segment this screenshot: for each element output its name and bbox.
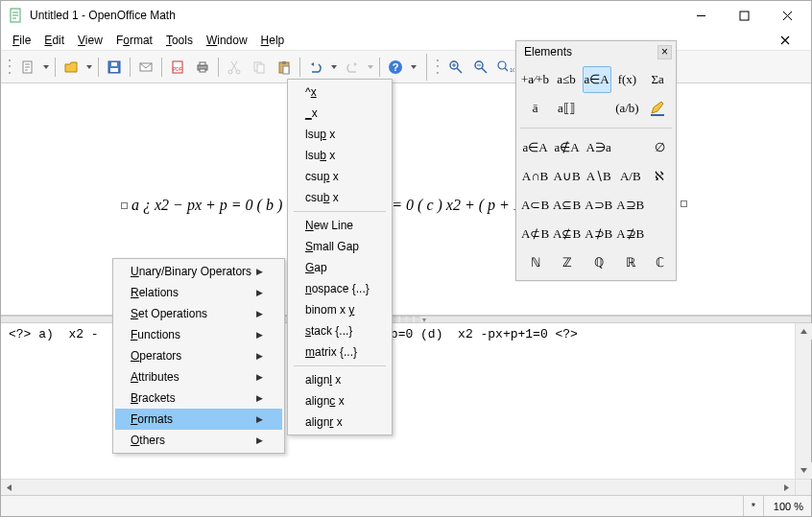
ctx-item-attributes[interactable]: Attributes▶ (115, 366, 282, 388)
el-op[interactable]: A⊆B (552, 192, 582, 219)
el-others[interactable] (643, 95, 672, 122)
ctx-item-set-operations[interactable]: Set Operations▶ (115, 303, 282, 324)
toolbar-grip[interactable] (7, 58, 12, 77)
zoom-100-button[interactable]: 100 (494, 56, 517, 79)
zoom-out-button[interactable] (469, 56, 492, 79)
scroll-right-button[interactable] (778, 480, 795, 496)
el-unary-binary[interactable]: +a⁄+b (520, 66, 550, 93)
minimize-button[interactable] (680, 2, 723, 29)
menu-view[interactable]: View (72, 32, 108, 49)
ctx-sub-item[interactable]: Small Gap (290, 236, 390, 257)
el-op[interactable]: A∪B (552, 163, 582, 190)
elements-panel[interactable]: Elements × +a⁄+ba≤ba∈Af(x)Σaāa⟦⟧(a/b) a∈… (515, 40, 677, 281)
horizontal-scrollbar[interactable] (1, 479, 811, 495)
el-op[interactable]: ℕ (520, 249, 550, 276)
toolbar-grip-2[interactable] (435, 58, 441, 77)
save-button[interactable] (103, 56, 126, 79)
ctx-item-relations[interactable]: Relations▶ (115, 282, 282, 303)
el-op[interactable]: A⊈B (552, 221, 582, 247)
ctx-sub-item[interactable]: ^x (290, 82, 390, 103)
ctx-sub-item[interactable]: _x (290, 103, 390, 124)
ctx-item-formats[interactable]: Formats▶ (115, 409, 282, 430)
el-op[interactable]: A/B (615, 163, 645, 190)
el-op[interactable]: A⊃B (584, 192, 613, 219)
ctx-sub-item[interactable]: stack {...} (290, 320, 390, 341)
selection-handle-right[interactable] (681, 200, 687, 207)
doc-close-button[interactable] (771, 30, 800, 51)
vertical-scrollbar[interactable] (795, 323, 811, 479)
ctx-sub-item[interactable]: binom x y (290, 299, 390, 320)
ctx-item-operators[interactable]: Operators▶ (115, 345, 282, 366)
redo-dropdown[interactable] (366, 65, 375, 69)
cut-button[interactable] (223, 56, 246, 79)
elements-close-button[interactable]: × (657, 45, 672, 59)
scroll-left-button[interactable] (1, 480, 17, 496)
el-op[interactable]: A∖B (584, 163, 613, 190)
ctx-item-brackets[interactable]: Brackets▶ (115, 388, 282, 409)
ctx-sub-item[interactable]: alignl x (290, 369, 390, 390)
el-op[interactable]: ℵ (647, 163, 672, 190)
ctx-sub-item[interactable]: csup x (290, 166, 390, 187)
el-blank1[interactable] (583, 95, 611, 122)
new-doc-dropdown[interactable] (41, 65, 51, 69)
el-op[interactable]: a∈A (520, 134, 550, 161)
selection-handle-left[interactable] (121, 202, 128, 209)
el-op[interactable]: A⊄B (520, 221, 550, 247)
el-op[interactable]: ∅ (647, 134, 672, 161)
ctx-item-unary-binary-operators[interactable]: Unary/Binary Operators▶ (115, 261, 282, 282)
ctx-sub-item[interactable]: matrix {...} (290, 341, 390, 363)
ctx-sub-item[interactable]: alignr x (290, 411, 390, 433)
el-attributes[interactable]: ā (520, 95, 550, 122)
help-button[interactable]: ? (384, 56, 407, 79)
el-op[interactable]: ℤ (552, 249, 582, 276)
el-operators[interactable]: Σa (643, 66, 672, 93)
maximize-button[interactable] (723, 2, 766, 29)
open-dropdown[interactable] (84, 65, 94, 69)
new-doc-button[interactable] (16, 56, 39, 79)
ctx-sub-item[interactable]: lsub x (290, 145, 390, 166)
status-zoom[interactable]: 100 % (763, 496, 811, 516)
menu-tools[interactable]: Tools (160, 32, 199, 49)
el-set-ops[interactable]: a∈A (583, 66, 611, 93)
el-op[interactable]: ℝ (615, 249, 645, 276)
el-op[interactable]: a∉A (552, 134, 582, 161)
el-formats[interactable]: (a/b) (613, 95, 642, 122)
ctx-sub-item[interactable]: csub x (290, 187, 390, 208)
toolbar-overflow[interactable] (409, 65, 418, 69)
menu-file[interactable]: File (7, 32, 36, 49)
el-functions[interactable]: f(x) (613, 66, 642, 93)
undo-button[interactable] (304, 56, 327, 79)
undo-dropdown[interactable] (329, 65, 339, 69)
menu-format[interactable]: Format (110, 32, 158, 49)
el-op[interactable]: A∩B (520, 163, 550, 190)
copy-button[interactable] (248, 56, 271, 79)
zoom-in-button[interactable] (444, 56, 467, 79)
redo-button[interactable] (341, 56, 364, 79)
ctx-sub-item[interactable]: lsup x (290, 124, 390, 145)
close-button[interactable] (766, 2, 809, 29)
pdf-button[interactable]: PDF (166, 56, 189, 79)
open-button[interactable] (60, 56, 83, 79)
el-op[interactable]: ℚ (584, 249, 613, 276)
el-op[interactable]: A⊂B (520, 192, 550, 219)
menu-window[interactable]: Window (201, 32, 253, 49)
mail-button[interactable] (134, 56, 157, 79)
scroll-down-button[interactable] (796, 462, 812, 479)
ctx-sub-item[interactable]: New Line (290, 215, 390, 236)
ctx-sub-item[interactable]: Gap (290, 257, 390, 278)
menu-help[interactable]: Help (255, 32, 291, 49)
scroll-up-button[interactable] (796, 323, 812, 340)
ctx-sub-item[interactable]: alignc x (290, 390, 390, 411)
ctx-item-functions[interactable]: Functions▶ (115, 324, 282, 345)
ctx-sub-item[interactable]: nospace {...} (290, 278, 390, 299)
paste-button[interactable] (273, 56, 296, 79)
el-brackets[interactable]: a⟦⟧ (552, 95, 581, 122)
el-op[interactable]: A⊅B (584, 221, 613, 247)
menu-edit[interactable]: Edit (38, 32, 70, 49)
ctx-item-others[interactable]: Others▶ (115, 430, 282, 451)
el-op[interactable]: A∋a (584, 134, 613, 161)
el-op[interactable]: A⊇B (615, 192, 645, 219)
el-relations[interactable]: a≤b (552, 66, 581, 93)
el-op[interactable]: ℂ (647, 249, 672, 276)
print-button[interactable] (191, 56, 214, 79)
